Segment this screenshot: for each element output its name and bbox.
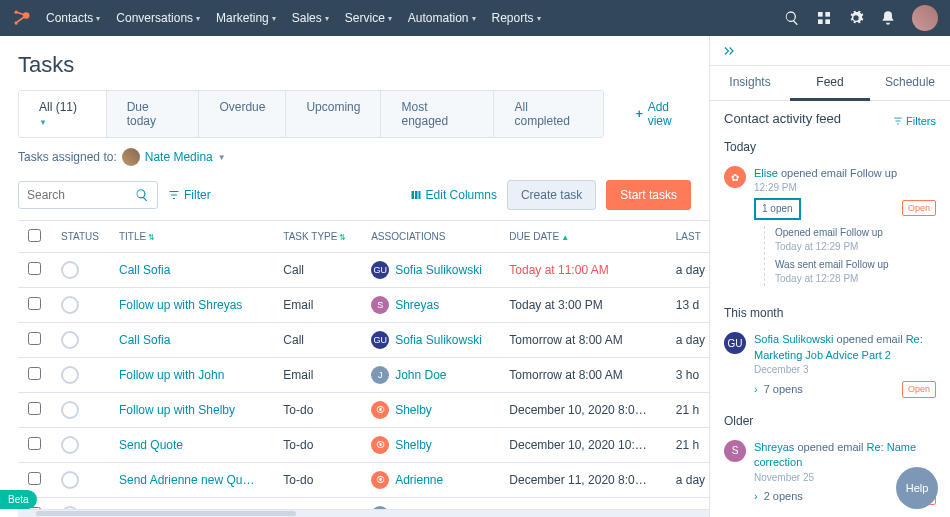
assigned-filter[interactable]: Tasks assigned to: Nate Medina ▼ bbox=[0, 138, 709, 174]
row-checkbox[interactable] bbox=[28, 332, 41, 345]
help-button[interactable]: Help bbox=[896, 467, 938, 509]
collapse-panel-icon[interactable] bbox=[722, 44, 736, 58]
tasks-table: STATUS TITLE⇅ TASK TYPE⇅ ASSOCIATIONS DU… bbox=[18, 221, 709, 509]
status-circle[interactable] bbox=[61, 296, 79, 314]
status-circle[interactable] bbox=[61, 471, 79, 489]
nav-service[interactable]: Service ▾ bbox=[345, 11, 392, 25]
svg-rect-4 bbox=[825, 12, 830, 17]
tab-all-[interactable]: All (11) ▼ bbox=[19, 91, 107, 137]
association[interactable]: SShreyas bbox=[371, 296, 489, 314]
edit-columns-button[interactable]: Edit Columns bbox=[410, 188, 497, 202]
association[interactable]: ⦿Shelby bbox=[371, 436, 489, 454]
svg-rect-3 bbox=[818, 12, 823, 17]
row-checkbox[interactable] bbox=[28, 262, 41, 275]
search-icon bbox=[135, 188, 149, 202]
columns-icon bbox=[410, 189, 422, 201]
contact-avatar: S bbox=[724, 440, 746, 462]
table-row[interactable]: Follow up with JohnEmailJJohn DoeTomorro… bbox=[18, 358, 709, 393]
table-row[interactable]: Follow up with ShelbyTo-do⦿ShelbyDecembe… bbox=[18, 393, 709, 428]
feed-filters-button[interactable]: Filters bbox=[893, 115, 936, 127]
tab-most-engaged[interactable]: Most engaged bbox=[381, 91, 494, 137]
row-checkbox[interactable] bbox=[28, 367, 41, 380]
search-icon[interactable] bbox=[784, 10, 800, 26]
row-checkbox[interactable] bbox=[28, 402, 41, 415]
tab-overdue[interactable]: Overdue bbox=[199, 91, 286, 137]
beta-badge[interactable]: Beta bbox=[0, 490, 37, 509]
task-title-link[interactable]: Follow up with Shelby bbox=[119, 403, 235, 417]
activity-card[interactable]: GU Sofia Sulikowski opened email Re: Mar… bbox=[724, 326, 936, 403]
task-title-link[interactable]: Call Sofia bbox=[119, 263, 170, 277]
filter-button[interactable]: Filter bbox=[168, 188, 211, 202]
svg-point-1 bbox=[15, 21, 18, 24]
task-title-link[interactable]: Follow up with Shreyas bbox=[119, 298, 242, 312]
search-input[interactable] bbox=[18, 181, 158, 209]
table-row[interactable]: Send Adrienne new Qu…To-do⦿AdrienneDecem… bbox=[18, 463, 709, 498]
status-circle[interactable] bbox=[61, 261, 79, 279]
col-last[interactable]: LAST bbox=[666, 221, 709, 253]
start-tasks-button[interactable]: Start tasks bbox=[606, 180, 691, 210]
row-checkbox[interactable] bbox=[28, 472, 41, 485]
panel-tab-schedule[interactable]: Schedule bbox=[870, 66, 950, 100]
nav-contacts[interactable]: Contacts ▾ bbox=[46, 11, 100, 25]
svg-rect-7 bbox=[411, 191, 414, 199]
row-checkbox[interactable] bbox=[28, 297, 41, 310]
add-view-button[interactable]: +Add view bbox=[622, 91, 709, 137]
status-circle[interactable] bbox=[61, 366, 79, 384]
table-row[interactable]: Follow up with John DoeTo-doJJohn DoeDec… bbox=[18, 498, 709, 510]
task-title-link[interactable]: Send Adrienne new Qu… bbox=[119, 473, 254, 487]
filter-icon bbox=[893, 116, 903, 126]
svg-rect-6 bbox=[825, 19, 830, 24]
svg-rect-9 bbox=[418, 191, 420, 199]
open-count[interactable]: 1 open bbox=[754, 198, 801, 220]
col-status[interactable]: STATUS bbox=[51, 221, 109, 253]
nav-marketing[interactable]: Marketing ▾ bbox=[216, 11, 276, 25]
col-due[interactable]: DUE DATE▲ bbox=[499, 221, 665, 253]
nav-conversations[interactable]: Conversations ▾ bbox=[116, 11, 200, 25]
status-circle[interactable] bbox=[61, 331, 79, 349]
nav-reports[interactable]: Reports ▾ bbox=[492, 11, 541, 25]
table-row[interactable]: Send QuoteTo-do⦿ShelbyDecember 10, 2020 … bbox=[18, 428, 709, 463]
hubspot-logo-icon[interactable] bbox=[12, 8, 32, 28]
task-title-link[interactable]: Follow up with John bbox=[119, 368, 224, 382]
filter-icon bbox=[168, 189, 180, 201]
task-title-link[interactable]: Call Sofia bbox=[119, 333, 170, 347]
gear-icon[interactable] bbox=[848, 10, 864, 26]
tab-upcoming[interactable]: Upcoming bbox=[286, 91, 381, 137]
open-badge: Open bbox=[902, 200, 936, 217]
col-assoc[interactable]: ASSOCIATIONS bbox=[361, 221, 499, 253]
sub-event: Opened email Follow upToday at 12:29 PM bbox=[775, 226, 936, 254]
marketplace-icon[interactable] bbox=[816, 10, 832, 26]
chevron-down-icon: ▼ bbox=[218, 153, 226, 162]
col-type[interactable]: TASK TYPE⇅ bbox=[273, 221, 361, 253]
task-title-link[interactable]: Send Quote bbox=[119, 438, 183, 452]
tab-all-completed[interactable]: All completed bbox=[494, 91, 602, 137]
status-circle[interactable] bbox=[61, 401, 79, 419]
contact-avatar: GU bbox=[724, 332, 746, 354]
col-title[interactable]: TITLE⇅ bbox=[109, 221, 273, 253]
panel-tab-feed[interactable]: Feed bbox=[790, 66, 870, 101]
tab-due-today[interactable]: Due today bbox=[107, 91, 200, 137]
select-all-checkbox[interactable] bbox=[28, 229, 41, 242]
horizontal-scrollbar[interactable] bbox=[18, 509, 709, 517]
nav-sales[interactable]: Sales ▾ bbox=[292, 11, 329, 25]
association[interactable]: ⦿Shelby bbox=[371, 401, 489, 419]
svg-rect-8 bbox=[415, 191, 418, 199]
svg-rect-5 bbox=[818, 19, 823, 24]
table-row[interactable]: Call SofiaCallGUSofia SulikowskiTomorrow… bbox=[18, 323, 709, 358]
association[interactable]: ⦿Adrienne bbox=[371, 471, 489, 489]
association[interactable]: GUSofia Sulikowski bbox=[371, 331, 489, 349]
status-circle[interactable] bbox=[61, 436, 79, 454]
bell-icon[interactable] bbox=[880, 10, 896, 26]
table-row[interactable]: Follow up with ShreyasEmailSShreyasToday… bbox=[18, 288, 709, 323]
row-checkbox[interactable] bbox=[28, 437, 41, 450]
create-task-button[interactable]: Create task bbox=[507, 180, 596, 210]
nav-automation[interactable]: Automation ▾ bbox=[408, 11, 476, 25]
panel-tab-insights[interactable]: Insights bbox=[710, 66, 790, 100]
user-avatar[interactable] bbox=[912, 5, 938, 31]
table-row[interactable]: Call SofiaCallGUSofia SulikowskiToday at… bbox=[18, 253, 709, 288]
association[interactable]: GUSofia Sulikowski bbox=[371, 261, 489, 279]
page-title: Tasks bbox=[18, 52, 691, 78]
association[interactable]: JJohn Doe bbox=[371, 366, 489, 384]
activity-card[interactable]: ✿ Elise opened email Follow up 12:29 PM … bbox=[724, 160, 936, 296]
section-month: This month bbox=[724, 306, 936, 320]
